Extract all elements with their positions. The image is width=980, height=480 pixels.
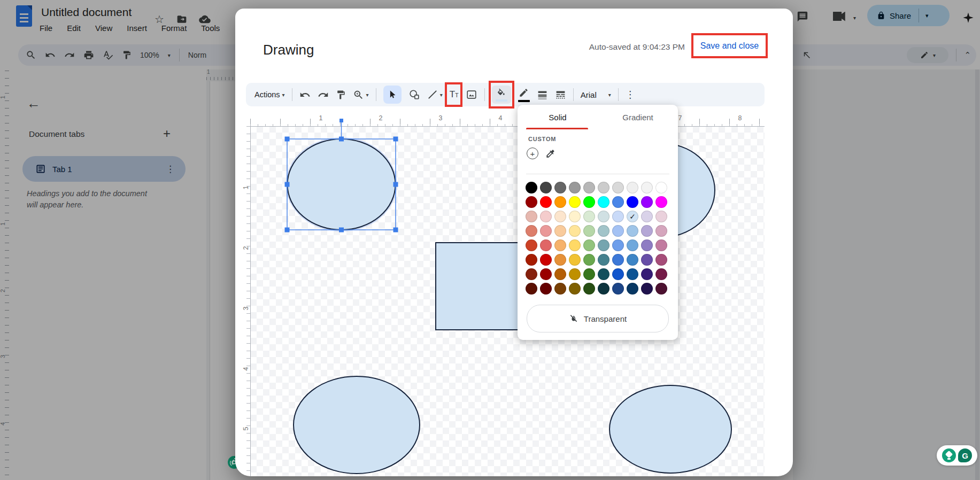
color-swatch[interactable] bbox=[540, 283, 552, 295]
color-swatch[interactable] bbox=[641, 211, 653, 222]
color-swatch[interactable] bbox=[583, 254, 595, 266]
color-swatch[interactable] bbox=[583, 196, 595, 208]
color-swatch[interactable] bbox=[554, 254, 566, 266]
color-swatch[interactable] bbox=[526, 182, 537, 193]
color-swatch[interactable] bbox=[612, 254, 624, 266]
zoom-tool[interactable]: ▾ bbox=[353, 89, 369, 100]
color-swatch[interactable] bbox=[569, 239, 581, 251]
color-swatch[interactable] bbox=[540, 254, 552, 266]
color-swatch[interactable] bbox=[612, 211, 624, 222]
grammarly-logo-icon[interactable]: G bbox=[958, 448, 972, 462]
color-swatch[interactable]: ✓ bbox=[627, 211, 638, 222]
shape-ellipse-bottom-right[interactable] bbox=[609, 385, 731, 473]
color-swatch[interactable] bbox=[540, 225, 552, 237]
shape-rectangle[interactable] bbox=[436, 243, 529, 330]
add-custom-color-icon[interactable]: + bbox=[527, 148, 538, 159]
color-swatch[interactable] bbox=[598, 268, 609, 280]
insert-image-icon[interactable] bbox=[466, 89, 477, 100]
color-swatch[interactable] bbox=[554, 268, 566, 280]
color-swatch[interactable] bbox=[583, 268, 595, 280]
line-weight-icon[interactable] bbox=[537, 89, 548, 100]
redo-icon[interactable] bbox=[318, 89, 329, 100]
color-swatch[interactable] bbox=[598, 254, 609, 266]
color-swatch[interactable] bbox=[627, 268, 638, 280]
color-swatch[interactable] bbox=[655, 196, 667, 208]
color-swatch[interactable] bbox=[569, 283, 581, 295]
color-swatch[interactable] bbox=[526, 225, 537, 237]
color-swatch[interactable] bbox=[569, 268, 581, 280]
color-swatch[interactable] bbox=[612, 196, 624, 208]
color-swatch[interactable] bbox=[598, 211, 609, 222]
color-swatch[interactable] bbox=[598, 283, 609, 295]
color-swatch[interactable] bbox=[583, 211, 595, 222]
eyedropper-icon[interactable] bbox=[545, 149, 555, 159]
color-swatch[interactable] bbox=[598, 182, 609, 193]
drawing-canvas[interactable]: 1 2 3 4 5 6 7 8 1 2 3 4 5 bbox=[243, 112, 765, 476]
color-swatch[interactable] bbox=[526, 268, 537, 280]
grammarly-widget[interactable]: G bbox=[937, 445, 977, 466]
color-swatch[interactable] bbox=[655, 268, 667, 280]
color-swatch[interactable] bbox=[641, 268, 653, 280]
color-swatch[interactable] bbox=[641, 196, 653, 208]
color-swatch[interactable] bbox=[598, 196, 609, 208]
color-swatch[interactable] bbox=[554, 225, 566, 237]
color-swatch[interactable] bbox=[612, 268, 624, 280]
color-swatch[interactable] bbox=[612, 182, 624, 193]
color-swatch[interactable] bbox=[554, 283, 566, 295]
color-swatch[interactable] bbox=[569, 211, 581, 222]
color-swatch[interactable] bbox=[655, 239, 667, 251]
color-swatch[interactable] bbox=[583, 182, 595, 193]
color-swatch[interactable] bbox=[554, 239, 566, 251]
undo-icon[interactable] bbox=[299, 89, 311, 100]
select-tool[interactable] bbox=[383, 86, 402, 104]
shape-tool-icon[interactable] bbox=[408, 89, 420, 100]
color-swatch[interactable] bbox=[554, 211, 566, 222]
tab-solid[interactable]: Solid bbox=[518, 105, 598, 129]
color-swatch[interactable] bbox=[569, 254, 581, 266]
fill-color-tool[interactable] bbox=[492, 86, 511, 104]
color-swatch[interactable] bbox=[641, 225, 653, 237]
color-swatch[interactable] bbox=[526, 283, 537, 295]
color-swatch[interactable] bbox=[641, 182, 653, 193]
color-swatch[interactable] bbox=[540, 211, 552, 222]
color-swatch[interactable] bbox=[655, 225, 667, 237]
color-swatch[interactable] bbox=[598, 239, 609, 251]
color-swatch[interactable] bbox=[627, 254, 638, 266]
color-swatch[interactable] bbox=[641, 254, 653, 266]
save-and-close-button[interactable]: Save and close bbox=[700, 41, 759, 51]
font-family-select[interactable]: Arial ▾ bbox=[581, 90, 611, 99]
color-swatch[interactable] bbox=[627, 283, 638, 295]
color-swatch[interactable] bbox=[583, 225, 595, 237]
color-swatch[interactable] bbox=[641, 283, 653, 295]
color-swatch[interactable] bbox=[627, 225, 638, 237]
line-color-tool[interactable] bbox=[518, 88, 530, 102]
color-swatch[interactable] bbox=[526, 211, 537, 222]
color-swatch[interactable] bbox=[526, 254, 537, 266]
color-swatch[interactable] bbox=[540, 196, 552, 208]
color-swatch[interactable] bbox=[569, 225, 581, 237]
color-swatch[interactable] bbox=[526, 196, 537, 208]
color-swatch[interactable] bbox=[540, 182, 552, 193]
color-swatch[interactable] bbox=[641, 239, 653, 251]
actions-menu[interactable]: Actions▾ bbox=[254, 90, 285, 99]
color-swatch[interactable] bbox=[554, 196, 566, 208]
line-dash-icon[interactable] bbox=[555, 89, 566, 100]
tab-gradient[interactable]: Gradient bbox=[598, 105, 678, 129]
more-options-icon[interactable]: ⋮ bbox=[626, 89, 635, 100]
text-box-tool[interactable]: TT bbox=[450, 89, 459, 100]
paint-format-icon[interactable] bbox=[336, 90, 346, 100]
grammarly-suggestions-icon[interactable] bbox=[942, 448, 956, 462]
shape-ellipse-selected[interactable] bbox=[288, 139, 396, 230]
shape-ellipse-bottom-left[interactable] bbox=[294, 376, 420, 474]
color-swatch[interactable] bbox=[655, 211, 667, 222]
color-swatch[interactable] bbox=[627, 196, 638, 208]
color-swatch[interactable] bbox=[569, 196, 581, 208]
color-swatch[interactable] bbox=[569, 182, 581, 193]
color-swatch[interactable] bbox=[540, 268, 552, 280]
color-swatch[interactable] bbox=[655, 182, 667, 193]
color-swatch[interactable] bbox=[627, 239, 638, 251]
color-swatch[interactable] bbox=[583, 283, 595, 295]
color-swatch[interactable] bbox=[655, 254, 667, 266]
color-swatch[interactable] bbox=[540, 239, 552, 251]
color-swatch[interactable] bbox=[627, 182, 638, 193]
